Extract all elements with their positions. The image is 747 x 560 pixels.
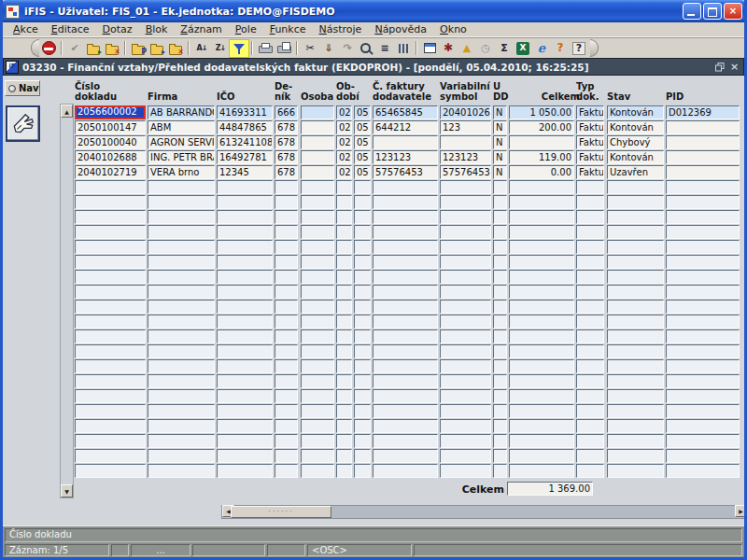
cell-empty[interactable] — [666, 329, 740, 343]
cell-empty[interactable] — [75, 389, 146, 403]
cell-empty[interactable] — [217, 255, 273, 269]
cell-empty[interactable] — [336, 389, 352, 403]
cell-empty[interactable] — [148, 240, 215, 254]
cell-empty[interactable] — [576, 255, 604, 269]
prev-block-icon[interactable]: P — [129, 40, 148, 57]
cell-empty[interactable] — [301, 225, 334, 239]
cell-empty[interactable] — [607, 285, 664, 299]
cell-empty[interactable] — [354, 434, 371, 448]
cell-empty[interactable] — [336, 255, 352, 269]
cell-empty[interactable] — [148, 225, 215, 239]
cell-empty[interactable] — [275, 270, 298, 284]
list-icon[interactable]: ≡ — [375, 40, 394, 57]
cell-empty[interactable] — [354, 285, 371, 299]
cell-empty[interactable] — [509, 329, 574, 343]
cell-empty[interactable] — [75, 434, 146, 448]
cell-empty[interactable] — [440, 359, 491, 373]
nav-tab[interactable]: Nav — [5, 80, 40, 96]
cell-empty[interactable] — [509, 359, 574, 373]
cell-empty[interactable] — [217, 329, 273, 343]
exit-icon[interactable] — [39, 40, 58, 57]
cell-empty[interactable] — [440, 419, 491, 433]
cell-faktura-row5[interactable]: 57576453 — [373, 165, 438, 179]
menu-zaznam[interactable]: Záznam — [174, 22, 229, 36]
cell-celkem-row4[interactable]: 119.00 — [509, 150, 574, 164]
cell-empty[interactable] — [336, 359, 352, 373]
cell-empty[interactable] — [354, 464, 371, 478]
cell-empty[interactable] — [440, 240, 491, 254]
cell-empty[interactable] — [373, 255, 438, 269]
cell-empty[interactable] — [509, 225, 574, 239]
cell-empty[interactable] — [373, 329, 438, 343]
cell-empty[interactable] — [75, 449, 146, 463]
excel-icon[interactable]: X — [514, 40, 532, 57]
cell-empty[interactable] — [576, 300, 604, 314]
cell-empty[interactable] — [148, 285, 215, 299]
cell-empty[interactable] — [509, 270, 574, 284]
cell-empty[interactable] — [301, 255, 334, 269]
cell-empty[interactable] — [666, 404, 740, 418]
cell-empty[interactable] — [217, 300, 273, 314]
cell-empty[interactable] — [373, 240, 438, 254]
cell-celkem-row5[interactable]: 0.00 — [509, 165, 574, 179]
cell-empty[interactable] — [354, 449, 371, 463]
cell-empty[interactable] — [75, 464, 146, 478]
scroll-right-icon[interactable]: ▶ — [735, 505, 747, 517]
cell-empty[interactable] — [493, 404, 507, 418]
cell-empty[interactable] — [217, 449, 273, 463]
cell-empty[interactable] — [336, 195, 352, 209]
cell-empty[interactable] — [440, 389, 491, 403]
cell-empty[interactable] — [217, 225, 273, 239]
cell-empty[interactable] — [373, 315, 438, 329]
cell-empty[interactable] — [576, 404, 604, 418]
cell-empty[interactable] — [148, 180, 215, 194]
cell-ob2-row3[interactable]: 05 — [354, 135, 371, 149]
next-block-icon[interactable]: ▸ — [148, 40, 166, 57]
cell-empty[interactable] — [336, 225, 352, 239]
cell-empty[interactable] — [75, 255, 146, 269]
cell-empty[interactable] — [275, 315, 298, 329]
cell-empty[interactable] — [148, 344, 215, 358]
cell-empty[interactable] — [217, 270, 273, 284]
cell-empty[interactable] — [493, 180, 507, 194]
cell-empty[interactable] — [576, 434, 604, 448]
cell-osoba-row5[interactable] — [301, 165, 334, 179]
cell-empty[interactable] — [301, 180, 334, 194]
cell-empty[interactable] — [275, 374, 298, 388]
cell-celkem-row1[interactable]: 1 050.00 — [509, 105, 574, 119]
cell-empty[interactable] — [354, 300, 371, 314]
cell-empty[interactable] — [75, 359, 146, 373]
cell-varsym-row5[interactable]: 57576453 — [440, 165, 491, 179]
cell-empty[interactable] — [607, 270, 664, 284]
cell-empty[interactable] — [75, 210, 146, 224]
cell-empty[interactable] — [493, 210, 507, 224]
cell-empty[interactable] — [301, 419, 334, 433]
cell-empty[interactable] — [354, 389, 371, 403]
cell-empty[interactable] — [217, 180, 273, 194]
table-horizontal-scrollbar[interactable]: ◀ ······ ▶ — [221, 505, 747, 519]
cell-empty[interactable] — [373, 359, 438, 373]
cell-empty[interactable] — [666, 270, 740, 284]
cell-typ-row2[interactable]: Faktura — [576, 120, 604, 134]
cell-denik-row1[interactable]: 666 — [275, 105, 298, 119]
cell-ob2-row2[interactable]: 05 — [354, 120, 371, 134]
clock-icon[interactable]: ◷ — [476, 40, 495, 57]
cell-udd-row3[interactable]: N — [493, 135, 507, 149]
cell-empty[interactable] — [217, 210, 273, 224]
cell-osoba-row2[interactable] — [301, 120, 334, 134]
cell-empty[interactable] — [666, 344, 740, 358]
cell-empty[interactable] — [666, 389, 740, 403]
cell-denik-row3[interactable]: 678 — [275, 135, 298, 149]
filter-icon[interactable] — [230, 40, 248, 57]
cell-ob2-row5[interactable]: 05 — [354, 165, 371, 179]
cell-cislo-row2[interactable]: 2050100147 — [75, 120, 146, 134]
cell-empty[interactable] — [217, 195, 273, 209]
cell-empty[interactable] — [666, 195, 740, 209]
cell-empty[interactable] — [354, 329, 371, 343]
cell-ob2-row1[interactable]: 05 — [354, 105, 371, 119]
cell-empty[interactable] — [576, 374, 604, 388]
cell-empty[interactable] — [666, 240, 740, 254]
cell-ico-row1[interactable]: 41693311 — [217, 105, 273, 119]
cell-empty[interactable] — [275, 210, 298, 224]
cell-empty[interactable] — [148, 419, 215, 433]
